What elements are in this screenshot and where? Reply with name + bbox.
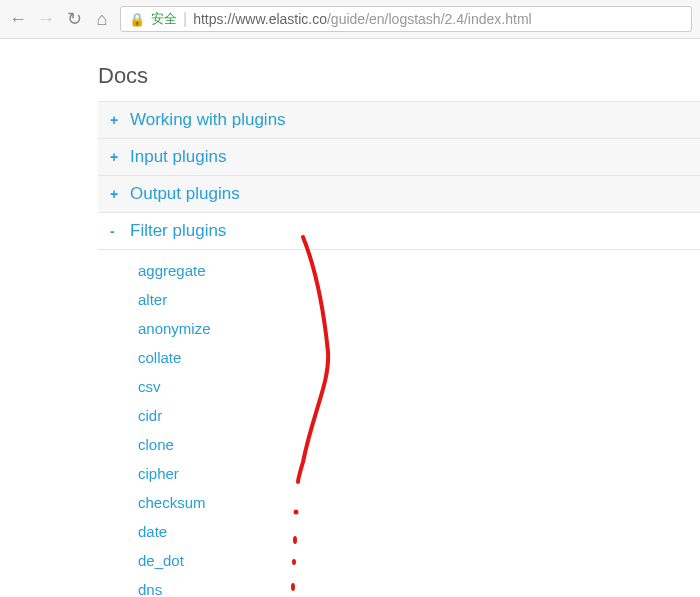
nav-label: Working with plugins (130, 110, 286, 130)
nav-output-plugins[interactable]: + Output plugins (98, 176, 700, 213)
secure-label: 安全 (151, 10, 177, 28)
list-item[interactable]: cidr (138, 401, 700, 430)
list-item[interactable]: anonymize (138, 314, 700, 343)
forward-button[interactable]: → (36, 9, 56, 30)
divider: | (183, 10, 187, 28)
list-item[interactable]: checksum (138, 488, 700, 517)
expand-icon: + (110, 112, 120, 128)
nav-label: Output plugins (130, 184, 240, 204)
lock-icon: 🔒 (129, 12, 145, 27)
nav-label: Input plugins (130, 147, 226, 167)
list-item[interactable]: csv (138, 372, 700, 401)
list-item[interactable]: collate (138, 343, 700, 372)
list-item[interactable]: date (138, 517, 700, 546)
list-item[interactable]: aggregate (138, 256, 700, 285)
url-text: https://www.elastic.co/guide/en/logstash… (193, 11, 532, 27)
page-title: Docs (0, 39, 700, 101)
browser-toolbar: ← → ↻ ⌂ 🔒 安全 | https://www.elastic.co/gu… (0, 0, 700, 39)
collapse-icon: - (110, 223, 120, 239)
expand-icon: + (110, 186, 120, 202)
nav-label: Filter plugins (130, 221, 226, 241)
nav-input-plugins[interactable]: + Input plugins (98, 139, 700, 176)
back-button[interactable]: ← (8, 9, 28, 30)
list-item[interactable]: cipher (138, 459, 700, 488)
home-button[interactable]: ⌂ (92, 9, 112, 30)
nav-working-with-plugins[interactable]: + Working with plugins (98, 102, 700, 139)
reload-button[interactable]: ↻ (64, 8, 84, 30)
list-item[interactable]: clone (138, 430, 700, 459)
nav-filter-plugins[interactable]: - Filter plugins (98, 213, 700, 250)
sidebar-nav: + Working with plugins + Input plugins +… (98, 101, 700, 597)
expand-icon: + (110, 149, 120, 165)
page-content: Docs + Working with plugins + Input plug… (0, 39, 700, 597)
list-item[interactable]: alter (138, 285, 700, 314)
filter-plugins-list: aggregate alter anonymize collate csv ci… (98, 250, 700, 597)
list-item[interactable]: dns (138, 575, 700, 597)
address-bar[interactable]: 🔒 安全 | https://www.elastic.co/guide/en/l… (120, 6, 692, 32)
list-item[interactable]: de_dot (138, 546, 700, 575)
